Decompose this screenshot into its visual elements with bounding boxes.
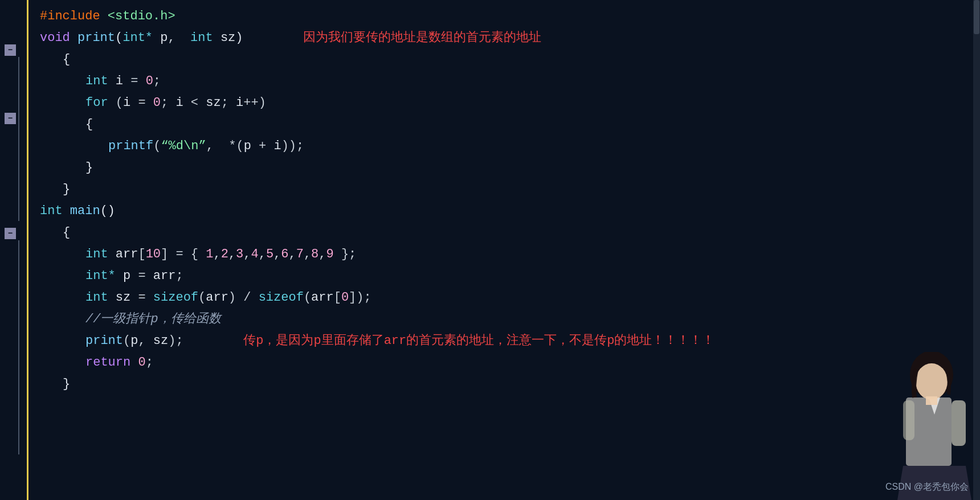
line-void-decl: void print ( int * p , int sz ) 因为我们要传的地… <box>40 27 980 49</box>
fold-marker-main[interactable]: − <box>5 228 16 239</box>
keyword-int-main: int <box>40 200 63 222</box>
line-for-open: { <box>40 114 980 136</box>
line-void-close: } <box>40 179 980 200</box>
annotation-print: 传p，是因为p里面存储了arr的首元素的地址，注意一下，不是传p的地址！！！！！ <box>243 330 714 351</box>
line-return: return 0 ; <box>40 352 980 374</box>
svg-rect-8 <box>926 396 937 405</box>
keyword-int-ptr: int <box>85 265 108 286</box>
function-printf: printf <box>108 136 153 157</box>
function-name-print: print <box>77 27 115 48</box>
keyword-sizeof-2: sizeof <box>259 287 304 308</box>
keyword-sizeof-1: sizeof <box>153 287 198 308</box>
var-arr-ref: arr <box>153 265 176 286</box>
scrollbar-thumb[interactable] <box>974 0 979 34</box>
svg-rect-4 <box>903 400 914 440</box>
line-for-close: } <box>40 157 980 179</box>
comment-text: //一级指针p，传给函数 <box>85 309 221 330</box>
var-sz: sz <box>116 287 130 308</box>
param-p: p <box>160 27 168 48</box>
line-for: for ( i = 0 ; i < sz ; i ++) <box>40 92 980 114</box>
svg-rect-3 <box>952 400 966 446</box>
line-main-decl: int main () <box>40 200 980 222</box>
keyword-int-arr: int <box>85 244 108 265</box>
line-printf: printf ( “%d\n” , *( p + i )); <box>40 136 980 157</box>
keyword-return: return <box>85 352 130 373</box>
function-call-print: print <box>85 330 123 351</box>
space <box>100 6 108 27</box>
line-ptr-decl: int * p = arr ; <box>40 265 980 287</box>
var-i: i <box>116 71 123 92</box>
line-main-close: } <box>40 374 980 395</box>
line-arr-decl: int arr [ 10 ] = { 1 , 2 , 3 , 4 , 5 , 6… <box>40 244 980 265</box>
keyword-int-sz: int <box>85 287 108 308</box>
svg-point-7 <box>916 363 948 400</box>
keyword-int-i: int <box>85 71 108 92</box>
keyword-void: void <box>40 27 70 48</box>
gutter: − − − <box>0 0 28 500</box>
line-print-call: print ( p , sz ); 传p，是因为p里面存储了arr的首元素的地址… <box>40 330 980 352</box>
fold-marker-for[interactable]: − <box>5 113 16 124</box>
line-include: #include <stdio.h> <box>40 6 980 27</box>
keyword-int-1: int <box>122 27 145 48</box>
scope-line-for <box>18 126 19 214</box>
anime-character <box>889 352 980 500</box>
keyword-int-2: int <box>190 27 213 48</box>
line-sz-decl: int sz = sizeof ( arr ) / sizeof ( arr [… <box>40 287 980 309</box>
line-int-i: int i = 0 ; <box>40 71 980 92</box>
code-area: #include <stdio.h> void print ( int * p … <box>28 0 980 500</box>
line-main-open: { <box>40 222 980 244</box>
keyword-for: for <box>85 92 108 113</box>
watermark: CSDN @老秃包你会 <box>885 481 969 493</box>
number-zero: 0 <box>146 71 153 92</box>
fold-marker-void[interactable]: − <box>5 44 16 56</box>
param-sz: sz <box>220 27 235 48</box>
var-p: p <box>123 265 130 286</box>
line-comment: //一级指针p，传给函数 <box>40 309 980 330</box>
number-return-zero: 0 <box>138 352 145 373</box>
include-header: <stdio.h> <box>108 6 175 27</box>
editor-container: − − − #include <stdio.h> void print ( in… <box>0 0 980 500</box>
preprocessor-keyword: #include <box>40 6 100 27</box>
line-void-open: { <box>40 49 980 71</box>
function-name-main: main <box>70 200 100 222</box>
var-arr: arr <box>116 244 138 265</box>
annotation-void: 因为我们要传的地址是数组的首元素的地址 <box>303 27 541 48</box>
scope-line-main <box>18 240 19 454</box>
string-format: “%d\n” <box>161 136 206 157</box>
